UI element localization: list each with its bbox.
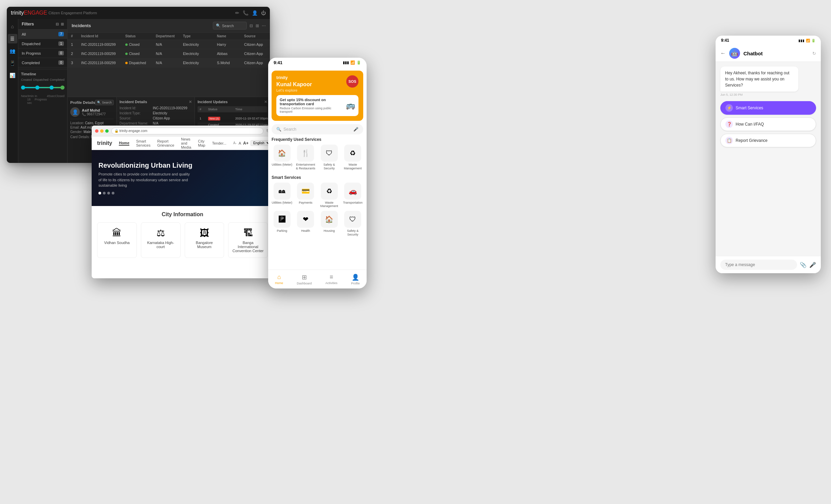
dashboard-icon: ⊞ (302, 274, 307, 281)
nav-smart-services[interactable]: Smart Services (136, 139, 150, 147)
vidhan-icon: 🏛 (101, 227, 133, 239)
nav-city-map[interactable]: City Map (198, 139, 205, 147)
wifi-icon: 📶 (806, 39, 810, 42)
browser-dots (95, 129, 109, 133)
nav-users[interactable]: 👥 (8, 46, 17, 56)
timeline-dot-end (60, 86, 64, 90)
city-info-title: City Information (97, 211, 268, 218)
filter-btn[interactable]: ⊟ (250, 23, 253, 28)
nav-incidents[interactable]: ☰ (8, 34, 17, 43)
profile-search[interactable]: 🔍 Search (95, 100, 114, 105)
chat-input[interactable] (720, 260, 797, 270)
smart-transportation[interactable]: 🚗 Transportation (343, 183, 364, 208)
bus-icon: 🚌 (346, 101, 355, 110)
service-housing[interactable]: 🏠 Housing (319, 211, 340, 237)
smart-waste[interactable]: ♻ Waste Management (319, 183, 340, 208)
city-card-museum[interactable]: 🖼 Bangalore Museum (185, 222, 224, 258)
table-row[interactable]: 2 INC-20201119-000299 Closed N/A Electri… (68, 49, 270, 58)
chatbot-window: 9:41 ▮▮▮ 📶 🔋 ← 🤖 Chatbot ↻ Hey Akheel, t… (716, 36, 821, 273)
left-nav: ⌂ ☰ 👥 📱 📊 (7, 19, 18, 163)
nav-reports[interactable]: 📊 (8, 71, 17, 80)
close-icon[interactable]: ✕ (189, 100, 192, 104)
table-row[interactable]: 3 INC-20201118-000299 Dispatched N/A Ele… (68, 58, 270, 68)
timeline-dot-mid2 (50, 86, 54, 90)
filter-expand-icon[interactable]: ⊞ (61, 22, 64, 26)
back-button[interactable]: ← (720, 50, 726, 56)
city-card-convention[interactable]: 🏗 Banga International Convention Center (228, 222, 268, 258)
option-smart-services[interactable]: ⚡ Smart Services (720, 101, 816, 115)
bottom-nav-profile[interactable]: 👤 Profile (351, 274, 360, 285)
mobile-bottom-nav: ⌂ Home ⊞ Dashboard ≡ Activities 👤 Profil… (268, 269, 367, 288)
nav-home[interactable]: Home (119, 141, 129, 146)
smart-services-grid: 🏘 Utilities (Meter) 💳 Payments ♻ Waste M… (272, 183, 363, 208)
option-faq[interactable]: ❓ How Can I/FAQ (720, 117, 816, 131)
nav-phone[interactable]: 📱 (8, 58, 17, 68)
sos-button[interactable]: SOS (346, 75, 358, 88)
website-body: City Information 🏛 Vidhan Soudha ⚖ Karna… (92, 206, 273, 263)
filter-all[interactable]: All 7 (18, 30, 67, 39)
museum-icon: 🖼 (188, 227, 221, 239)
transportation-icon: 🚗 (344, 183, 361, 200)
phone-icon[interactable]: 📞 (243, 10, 248, 16)
service-health[interactable]: ❤ Health (295, 211, 316, 237)
user-icon[interactable]: 👤 (252, 10, 258, 16)
filter-dispatched[interactable]: Dispatched 1 (18, 39, 67, 49)
city-card-vidhan[interactable]: 🏛 Vidhan Soudha (97, 222, 137, 258)
power-icon[interactable]: ⏻ (261, 10, 266, 16)
filter-inprogress[interactable]: In Progress 0 (18, 49, 67, 58)
smart-payments[interactable]: 💳 Payments (295, 183, 316, 208)
nav-news[interactable]: News and Media (181, 137, 191, 149)
website-nav: trinity Home Smart Services Report Griev… (92, 136, 273, 150)
chatbot-header: ← 🤖 Chatbot ↻ (716, 45, 821, 62)
chatbot-input-area: 📎 🎤 (716, 256, 821, 273)
smart-waste-icon: ♻ (321, 183, 338, 200)
chatbot-avatar: 🤖 (729, 48, 740, 59)
bottom-nav-dashboard[interactable]: ⊞ Dashboard (297, 274, 312, 285)
signal-icon: ▮▮▮ (798, 39, 805, 42)
edit-icon[interactable]: ✏ (235, 10, 239, 16)
more-services-grid: 🅿 Parking ❤ Health 🏠 Housing 🛡 Safety & … (272, 211, 363, 237)
service-entertainment[interactable]: 🍴 Entertainment & Restaurants (295, 145, 316, 170)
url-bar[interactable]: 🔒 trinity-engage.com (111, 128, 263, 134)
nav-tender[interactable]: Tender... (212, 141, 226, 145)
service-utilities[interactable]: 🏠 Utilities (Meter) (272, 145, 293, 170)
service-waste[interactable]: ♻ Waste Management (343, 145, 364, 170)
city-card-highcourt[interactable]: ⚖ Karnataka High-court (141, 222, 181, 258)
mic-icon[interactable]: 🎤 (809, 262, 816, 268)
nav-home[interactable]: ⌂ (8, 22, 17, 31)
search-icon: 🔍 (276, 127, 281, 132)
smart-utilities[interactable]: 🏘 Utilities (Meter) (272, 183, 293, 208)
bottom-nav-home[interactable]: ⌂ Home (275, 274, 283, 285)
incidents-table: # Incident Id Status Department Type Nam… (68, 33, 270, 97)
maximize-btn-dot[interactable] (105, 129, 109, 133)
service-parking[interactable]: 🅿 Parking (272, 211, 293, 237)
close-icon[interactable]: ✕ (264, 100, 267, 104)
hero-dots (98, 192, 193, 194)
discount-banner[interactable]: Get upto 15% discount on transportation … (276, 95, 358, 116)
refresh-icon[interactable]: ↻ (812, 51, 816, 56)
website-titlebar: 🔒 trinity-engage.com ↻ (92, 126, 273, 136)
attach-icon[interactable]: 📎 (800, 262, 807, 268)
grievance-icon: 📋 (725, 137, 733, 144)
avatar-area: 👤 Asif Mohd 📞 9667729477 (70, 107, 114, 119)
more-btn[interactable]: ⋯ (262, 23, 266, 28)
filter-completed[interactable]: Completed 0 (18, 58, 67, 68)
app-subtitle: Citizen Engagement Platform (49, 11, 97, 15)
close-btn-dot[interactable] (95, 129, 98, 133)
mic-icon[interactable]: 🎤 (353, 127, 358, 132)
dispatch-titlebar: trinityENGAGE Citizen Engagement Platfor… (7, 7, 270, 19)
service-safety[interactable]: 🛡 Safety & Security (319, 145, 340, 170)
avatar: 👤 (70, 107, 80, 117)
table-row[interactable]: 1 INC-20201119-000299 Closed N/A Electri… (68, 40, 270, 49)
minimize-btn-dot[interactable] (100, 129, 104, 133)
filter-icon[interactable]: ⊟ (56, 22, 59, 26)
option-grievance[interactable]: 📋 Report Grievance (720, 134, 816, 147)
bottom-nav-activities[interactable]: ≡ Activities (326, 274, 338, 285)
smart-utilities-icon: 🏘 (274, 183, 291, 200)
nav-grievance[interactable]: Report Grievance (157, 139, 174, 147)
search-incidents[interactable]: 🔍 Search (213, 22, 247, 30)
brand-logo: trinityENGAGE (11, 10, 47, 16)
service-safety2[interactable]: 🛡 Safety & Security (343, 211, 364, 237)
grid-btn[interactable]: ⊞ (256, 23, 259, 28)
mobile-search[interactable]: 🔍 Search 🎤 (272, 124, 363, 134)
